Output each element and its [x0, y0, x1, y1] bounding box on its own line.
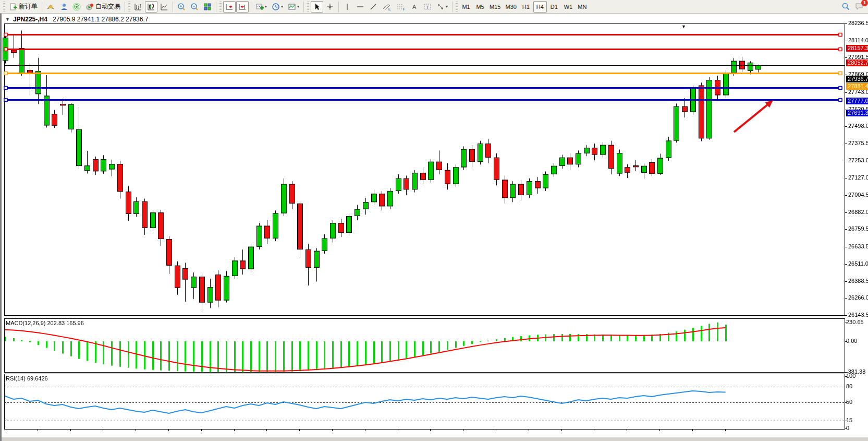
- search-icon: [841, 2, 850, 11]
- signal-icon: [72, 3, 81, 11]
- indicators-button[interactable]: ▾: [253, 1, 269, 13]
- line-chart-button[interactable]: [158, 1, 170, 13]
- bar-chart-icon: [134, 3, 142, 11]
- hline-price-tag[interactable]: 28157.3: [846, 45, 868, 52]
- price-tick-label: 26511.0: [848, 260, 868, 267]
- tile-windows-icon: [203, 3, 212, 11]
- label-tool-button[interactable]: T: [421, 1, 434, 13]
- trader-community-button[interactable]: [57, 1, 70, 13]
- price-tick-label: 27127.0: [848, 174, 868, 181]
- macd-tick-label: 230.65: [846, 319, 864, 325]
- hline-price-tag[interactable]: 27881.4: [846, 83, 868, 90]
- market-watch-button[interactable]: [44, 1, 57, 13]
- macd-tick-label: 0.00: [846, 338, 857, 344]
- timeframe-m30-button[interactable]: M30: [503, 1, 518, 13]
- person-icon: [59, 3, 68, 11]
- rsi-tick-label: 80: [846, 383, 852, 389]
- cursor-icon: [313, 3, 321, 11]
- bar-chart-button[interactable]: [132, 1, 144, 13]
- zoom-out-icon: [190, 3, 199, 11]
- separator: [251, 2, 251, 12]
- price-tick-label: 27004.5: [848, 192, 868, 198]
- toolbar-grip[interactable]: [219, 2, 222, 12]
- svg-text:A: A: [412, 4, 417, 10]
- svg-text:F: F: [403, 7, 405, 11]
- autotrade-button[interactable]: 自动交易: [83, 1, 123, 13]
- timeframe-d1-button[interactable]: D1: [547, 1, 561, 13]
- timeframe-m5-button[interactable]: M5: [473, 1, 487, 13]
- timeframe-m15-button[interactable]: M15: [487, 1, 503, 13]
- timeframe-m1-button[interactable]: M1: [459, 1, 473, 13]
- trendline-icon: [369, 3, 377, 11]
- rsi-tick-label: 100: [846, 373, 855, 379]
- candlestick-icon: [147, 3, 155, 11]
- dropdown-caret-icon: ▾: [446, 4, 448, 9]
- vertical-line-icon: [344, 3, 351, 11]
- rsi-tick-label: 0: [846, 425, 849, 431]
- periods-button[interactable]: ▾: [270, 1, 285, 13]
- toolbar-grip[interactable]: [3, 2, 5, 12]
- text-icon: A: [411, 3, 418, 11]
- notification-badge: 1: [861, 0, 868, 6]
- price-tick-label: 26143.5: [848, 312, 868, 318]
- templates-button[interactable]: ▾: [286, 1, 301, 13]
- price-tick-label: 27498.0: [848, 123, 868, 129]
- price-tick-label: 27375.5: [848, 140, 868, 146]
- zoom-in-button[interactable]: [175, 1, 188, 13]
- notifications-button[interactable]: 1: [853, 1, 866, 13]
- horizontal-line-tool-button[interactable]: [354, 1, 366, 13]
- text-label-icon: T: [423, 3, 432, 11]
- cursor-tool-button[interactable]: [311, 1, 323, 13]
- price-tick-label: 27253.0: [848, 157, 868, 163]
- auto-scroll-button[interactable]: [223, 1, 236, 13]
- chart-collapse-icon[interactable]: ▼: [5, 17, 10, 22]
- hline-price-tag[interactable]: 27691.3: [846, 110, 868, 116]
- svg-text:T: T: [426, 4, 430, 9]
- fibonacci-tool-button[interactable]: F: [394, 1, 408, 13]
- price-tick-label: 26388.5: [848, 278, 868, 284]
- chart-shift-button[interactable]: [236, 1, 249, 13]
- current-price-tag[interactable]: 27936.7: [846, 76, 868, 82]
- mt4-application: 新订单 自动交易: [0, 0, 868, 441]
- timeframe-w1-button[interactable]: W1: [561, 1, 575, 13]
- hline-price-tag[interactable]: 27777.0: [846, 98, 868, 104]
- svg-text:E: E: [388, 7, 391, 11]
- vertical-line-tool-button[interactable]: [341, 1, 353, 13]
- zoom-in-icon: [177, 3, 186, 11]
- toolbar-grip[interactable]: [456, 2, 458, 12]
- separator: [42, 2, 42, 12]
- text-tool-button[interactable]: A: [408, 1, 421, 13]
- chart-shift-marker[interactable]: ▼: [681, 24, 686, 29]
- signals-button[interactable]: [70, 1, 83, 13]
- toolbar-grip[interactable]: [307, 2, 309, 12]
- chart-shift-icon: [238, 3, 247, 11]
- tile-windows-button[interactable]: [201, 1, 214, 13]
- hline-price-tag[interactable]: 28052.7: [846, 59, 868, 66]
- template-icon: [288, 3, 296, 11]
- zoom-out-button[interactable]: [188, 1, 201, 13]
- timeframe-h4-button[interactable]: H4: [533, 1, 547, 13]
- new-order-button[interactable]: 新订单: [7, 1, 40, 13]
- candlestick-chart-button[interactable]: [145, 1, 157, 13]
- crosshair-tool-button[interactable]: [324, 1, 336, 13]
- trendline-tool-button[interactable]: [367, 1, 380, 13]
- new-order-label: 新订单: [19, 2, 38, 11]
- toolbar-grip[interactable]: [128, 2, 130, 12]
- dropdown-caret-icon: ▾: [265, 4, 267, 9]
- chart-window: ▼ JPN225-,H4 27905.9 27941.1 27886.2 279…: [0, 14, 868, 441]
- separator: [173, 2, 173, 12]
- channel-tool-button[interactable]: E: [380, 1, 394, 13]
- rsi-tick-label: 50: [846, 399, 852, 405]
- timeframe-h1-button[interactable]: H1: [519, 1, 533, 13]
- separator: [338, 2, 339, 12]
- dropdown-caret-icon: ▾: [281, 4, 283, 9]
- rsi-indicator-label: RSI(14) 69.6426: [6, 375, 48, 382]
- chart-title-bar[interactable]: ▼ JPN225-,H4 27905.9 27941.1 27886.2 279…: [3, 15, 842, 23]
- autotrade-icon: [85, 3, 94, 11]
- search-button[interactable]: [839, 1, 852, 13]
- price-tick-label: 28236.5: [848, 20, 868, 26]
- arrows-tool-button[interactable]: ▾: [434, 1, 450, 13]
- timeframe-mn-button[interactable]: MN: [576, 1, 589, 13]
- chart-canvas[interactable]: [2, 14, 868, 441]
- chart-symbol-timeframe: JPN225-,H4: [13, 16, 47, 23]
